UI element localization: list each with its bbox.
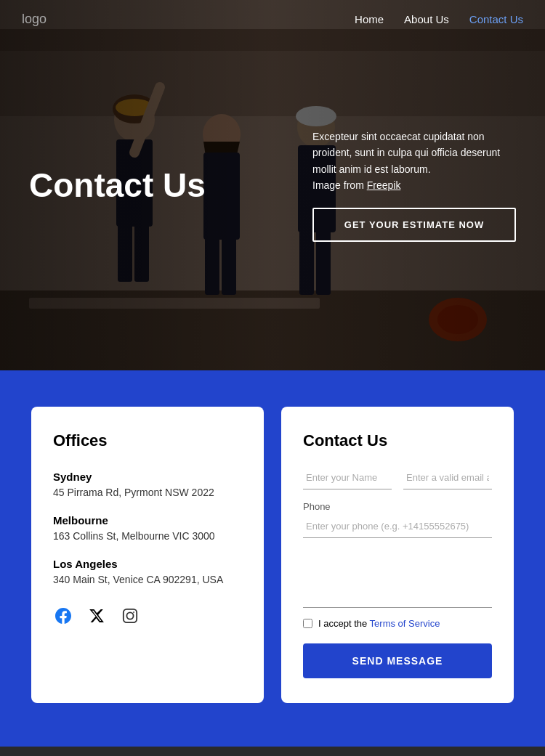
nav-contact[interactable]: Contact Us bbox=[469, 13, 523, 25]
blue-section: Offices Sydney 45 Pirrama Rd, Pyrmont NS… bbox=[0, 370, 545, 747]
terms-text: I accept the Terms of Service bbox=[318, 618, 440, 629]
phone-label: Phone bbox=[303, 501, 492, 512]
contact-form-card: Contact Us Phone I accept the Terms of S… bbox=[281, 407, 514, 703]
facebook-icon[interactable] bbox=[53, 606, 73, 626]
office-melbourne-address: 163 Collins St, Melbourne VIC 3000 bbox=[53, 530, 242, 542]
contact-form-title: Contact Us bbox=[303, 431, 492, 450]
nav-about[interactable]: About Us bbox=[404, 13, 449, 25]
offices-title: Offices bbox=[53, 431, 242, 450]
office-los-angeles: Los Angeles 340 Main St, Venice CA 90229… bbox=[53, 558, 242, 585]
navbar: logo Home About Us Contact Us bbox=[0, 0, 545, 38]
hero-content: Contact Us Excepteur sint occaecat cupid… bbox=[0, 129, 545, 243]
svg-point-28 bbox=[133, 611, 134, 613]
hero-section: Contact Us Excepteur sint occaecat cupid… bbox=[0, 0, 545, 370]
office-la-city: Los Angeles bbox=[53, 558, 242, 570]
phone-group: Phone bbox=[303, 501, 492, 538]
email-group bbox=[403, 466, 492, 489]
name-email-row bbox=[303, 466, 492, 489]
twitter-x-icon[interactable] bbox=[86, 606, 107, 626]
office-sydney-city: Sydney bbox=[53, 471, 242, 483]
send-message-button[interactable]: SEND MESSAGE bbox=[303, 643, 492, 678]
nav-links: Home About Us Contact Us bbox=[355, 13, 523, 25]
get-estimate-button[interactable]: GET YOUR ESTIMATE NOW bbox=[312, 208, 516, 242]
name-input[interactable] bbox=[303, 466, 392, 489]
offices-card: Offices Sydney 45 Pirrama Rd, Pyrmont NS… bbox=[31, 407, 264, 703]
hero-right: Excepteur sint occaecat cupidatat non pr… bbox=[312, 129, 516, 243]
message-group bbox=[303, 550, 492, 608]
office-la-address: 340 Main St, Venice CA 902291, USA bbox=[53, 574, 242, 585]
social-icons bbox=[53, 606, 242, 626]
office-sydney: Sydney 45 Pirrama Rd, Pyrmont NSW 2022 bbox=[53, 471, 242, 498]
email-input[interactable] bbox=[403, 466, 492, 489]
office-sydney-address: 45 Pirrama Rd, Pyrmont NSW 2022 bbox=[53, 487, 242, 498]
freepik-link[interactable]: Freepik bbox=[367, 179, 401, 191]
office-melbourne: Melbourne 163 Collins St, Melbourne VIC … bbox=[53, 514, 242, 542]
terms-row: I accept the Terms of Service bbox=[303, 618, 492, 629]
terms-checkbox[interactable] bbox=[303, 619, 312, 628]
name-group bbox=[303, 466, 392, 489]
svg-point-27 bbox=[126, 612, 133, 619]
footer: Sample text. Click to select the Text El… bbox=[0, 747, 545, 756]
terms-link[interactable]: Terms of Service bbox=[370, 618, 440, 629]
nav-logo: logo bbox=[22, 12, 47, 27]
nav-home[interactable]: Home bbox=[355, 13, 384, 25]
hero-description: Excepteur sint occaecat cupidatat non pr… bbox=[312, 129, 516, 194]
svg-rect-26 bbox=[124, 609, 137, 622]
office-melbourne-city: Melbourne bbox=[53, 514, 242, 527]
hero-title: Contact Us bbox=[29, 167, 206, 204]
phone-input[interactable] bbox=[303, 515, 492, 538]
message-textarea[interactable] bbox=[303, 550, 492, 608]
instagram-icon[interactable] bbox=[120, 606, 140, 626]
